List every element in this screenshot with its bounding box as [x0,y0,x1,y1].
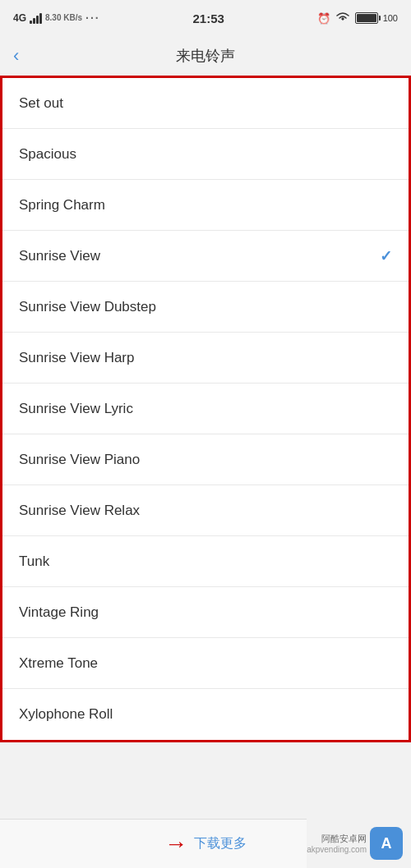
ringtone-item[interactable]: Sunrise View✓ [2,231,409,282]
status-left: 4G 8.30 KB/s ··· [13,11,100,25]
signal-bar-3 [36,16,39,24]
watermark-logo: A [370,827,403,860]
battery-fill [357,14,376,22]
check-icon: ✓ [380,247,392,265]
ringtone-item[interactable]: Spacious [2,129,409,180]
bottom-area: → 下载更多 阿酷安卓网 akpvending.com A [0,819,411,868]
ringtone-name: Xtreme Tone [19,655,98,672]
ringtone-item[interactable]: Xtreme Tone [2,638,409,689]
ringtone-name: Sunrise View Piano [19,452,140,468]
watermark-url: akpvending.com [307,845,367,854]
signal-bar-1 [30,21,32,24]
back-button[interactable]: ‹ [13,45,19,67]
ringtone-name: Sunrise View Harp [19,350,134,366]
watermark-site: 阿酷安卓网 [321,833,367,845]
status-bar: 4G 8.30 KB/s ··· 21:53 ⏰ 100 [0,0,411,36]
nav-bar: ‹ 来电铃声 [0,36,411,76]
signal-bars [30,12,42,24]
ringtone-item[interactable]: Sunrise View Harp [2,333,409,383]
ringtone-item[interactable]: Sunrise View Lyric [2,383,409,434]
status-time: 21:53 [192,11,224,25]
ringtone-item[interactable]: Set out [2,78,409,129]
ringtone-name: Sunrise View Lyric [19,401,133,417]
battery-percent: 100 [383,13,398,23]
status-right: ⏰ 100 [317,11,398,25]
content-area: Set outSpaciousSpring CharmSunrise View✓… [0,76,411,742]
data-speed: 8.30 KB/s [45,13,82,23]
ringtone-name: Sunrise View Relax [19,503,140,519]
page-title: 来电铃声 [176,46,235,66]
ringtone-item[interactable]: Tunk [2,536,409,587]
ringtone-item[interactable]: Sunrise View Piano [2,434,409,485]
ringtone-name: Sunrise View Dubstep [19,299,156,315]
watermark: 阿酷安卓网 akpvending.com A [307,819,411,868]
ringtone-item[interactable]: Vintage Ring [2,587,409,638]
ringtone-item[interactable]: Sunrise View Relax [2,485,409,536]
battery-tip [379,16,381,21]
ringtone-name: Spacious [19,146,76,163]
ringtone-list: Set outSpaciousSpring CharmSunrise View✓… [2,78,409,740]
ringtone-name: Set out [19,95,63,112]
carrier-label: 4G [13,12,26,24]
ringtone-item[interactable]: Xylophone Roll [2,689,409,740]
ringtone-name: Xylophone Roll [19,706,113,723]
battery-icon [355,12,378,24]
signal-bar-2 [33,18,35,24]
dots-icon: ··· [85,11,100,25]
wifi-icon [335,11,350,25]
ringtone-name: Sunrise View [19,248,100,264]
ringtone-item[interactable]: Spring Charm [2,180,409,231]
ringtone-item[interactable]: Sunrise View Dubstep [2,282,409,333]
arrow-icon: → [164,831,187,857]
signal-bar-4 [39,13,42,24]
download-more-text[interactable]: 下载更多 [194,835,247,852]
ringtone-name: Tunk [19,553,49,570]
ringtone-name: Vintage Ring [19,604,99,621]
ringtone-name: Spring Charm [19,197,105,214]
alarm-icon: ⏰ [317,12,330,25]
download-bar[interactable]: → 下载更多 阿酷安卓网 akpvending.com A [0,819,411,868]
